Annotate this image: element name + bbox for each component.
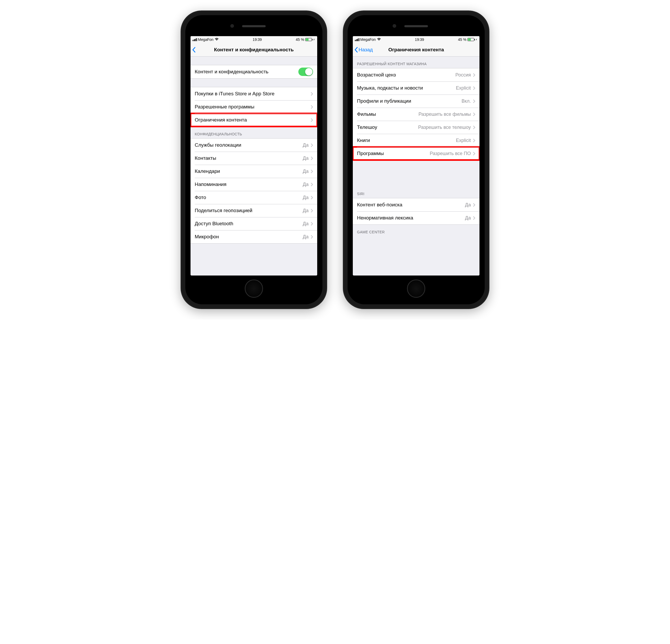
row-value: Explicit [456,138,471,143]
chevron-right-icon [473,126,475,129]
chevron-right-icon [311,105,313,109]
status-bar: MegaFon 19:39 45 % ⚡︎ [190,36,317,43]
row-label: Покупки в iTunes Store и App Store [195,91,311,97]
store-row[interactable]: ПрограммыРазрешить все ПО [353,147,480,160]
chevron-right-icon [473,113,475,116]
privacy-row[interactable]: Поделиться геопозициейДа [190,204,317,217]
chevron-right-icon [311,209,313,213]
back-button[interactable] [190,47,196,53]
main-group: Покупки в iTunes Store и App StoreРазреш… [190,87,317,127]
home-button[interactable] [245,279,263,298]
main-row[interactable]: Ограничения контента [190,114,317,127]
store-row[interactable]: Музыка, подкасты и новостиExplicit [353,81,480,94]
row-label: Микрофон [195,234,303,240]
phone-right: MegaFon 19:39 45 % ⚡︎ Назад Ограничен [343,11,490,309]
row-label: Разрешенные программы [195,104,311,110]
row-label: Музыка, подкасты и новости [357,85,456,91]
chevron-right-icon [473,73,475,77]
siri-group: Контент веб-поискаДаНенормативная лексик… [353,198,480,225]
status-bar: MegaFon 19:39 45 % ⚡︎ [353,36,480,43]
privacy-row[interactable]: Доступ BluetoothДа [190,217,317,230]
row-label: Доступ Bluetooth [195,221,303,226]
battery-pct: 45 % [296,38,304,42]
chevron-left-icon [354,47,358,53]
chevron-left-icon [192,47,196,53]
row-value: Да [303,221,309,226]
toggle-group: Контент и конфиденциальность [190,65,317,79]
content-right: РАЗРЕШЕННЫЙ КОНТЕНТ МАГАЗИНА Возрастной … [353,56,480,276]
row-value: Да [303,156,309,161]
store-group: Возрастной цензРоссияМузыка, подкасты и … [353,68,480,160]
status-time: 19:39 [253,38,262,42]
back-label: Назад [359,47,373,53]
row-content-privacy-toggle[interactable]: Контент и конфиденциальность [190,65,317,78]
row-value: Да [465,202,471,208]
privacy-row[interactable]: НапоминанияДа [190,178,317,191]
row-label: Ненормативная лексика [357,215,465,221]
row-value: Explicit [456,86,471,91]
chevron-right-icon [473,203,475,207]
screen-right: MegaFon 19:39 45 % ⚡︎ Назад Ограничен [353,36,480,276]
charging-icon: ⚡︎ [313,38,315,41]
phone-left: MegaFon 19:39 45 % ⚡︎ Контент и конфиден… [180,11,327,309]
section-header-privacy: КОНФИДЕНЦИАЛЬНОСТЬ [190,127,317,138]
chevron-right-icon [473,152,475,156]
chevron-right-icon [473,86,475,90]
row-value: Да [303,143,309,148]
siri-row[interactable]: Контент веб-поискаДа [353,198,480,211]
row-value: Разрешить все фильмы [418,111,471,117]
row-value: Да [303,182,309,187]
phone-speaker [242,25,266,27]
privacy-row[interactable]: МикрофонДа [190,230,317,243]
home-button[interactable] [407,279,425,298]
store-row[interactable]: КнигиExplicit [353,134,480,147]
chevron-right-icon [311,156,313,160]
content-left: Контент и конфиденциальность Покупки в i… [190,56,317,276]
row-value: Да [303,169,309,174]
row-label: Возрастной ценз [357,72,455,78]
chevron-right-icon [473,216,475,220]
chevron-right-icon [311,222,313,226]
chevron-right-icon [311,183,313,186]
privacy-group: Службы геолокацииДаКонтактыДаКалендариДа… [190,138,317,244]
signal-icon [193,38,197,41]
chevron-right-icon [311,235,313,239]
chevron-right-icon [311,118,313,122]
privacy-row[interactable]: ФотоДа [190,191,317,204]
row-value: Россия [455,72,471,78]
privacy-row[interactable]: КалендариДа [190,165,317,178]
chevron-right-icon [311,169,313,173]
row-label: Календари [195,168,303,174]
row-label: Фильмы [357,111,418,117]
status-time: 19:39 [415,38,424,42]
main-row[interactable]: Разрешенные программы [190,100,317,114]
nav-title: Контент и конфиденциальность [190,47,317,53]
row-label: Профили и публикации [357,98,461,104]
store-row[interactable]: Профили и публикацииВкл. [353,94,480,108]
nav-bar: Назад Ограничения контента [353,43,480,56]
wifi-icon [377,38,381,42]
siri-row[interactable]: Ненормативная лексикаДа [353,211,480,224]
chevron-right-icon [311,92,313,96]
row-value: Вкл. [461,98,471,104]
back-button[interactable]: Назад [353,47,373,53]
main-row[interactable]: Покупки в iTunes Store и App Store [190,87,317,100]
store-row[interactable]: Возрастной цензРоссия [353,68,480,81]
privacy-row[interactable]: Службы геолокацииДа [190,139,317,152]
row-label: Контакты [195,155,303,161]
wifi-icon [215,38,219,42]
chevron-right-icon [311,196,313,200]
store-row[interactable]: ФильмыРазрешить все фильмы [353,108,480,121]
privacy-row[interactable]: КонтактыДа [190,152,317,165]
store-row[interactable]: ТелешоуРазрешить все телешоу [353,121,480,134]
phone-camera [230,24,234,28]
row-value: Да [303,195,309,200]
battery-pct: 45 % [458,38,466,42]
chevron-right-icon [473,139,475,143]
signal-icon [355,38,359,41]
row-value: Да [303,208,309,213]
toggle-switch[interactable] [298,68,313,76]
row-label: Напоминания [195,182,303,187]
row-label: Контент и конфиденциальность [195,69,298,75]
row-value: Да [303,234,309,240]
